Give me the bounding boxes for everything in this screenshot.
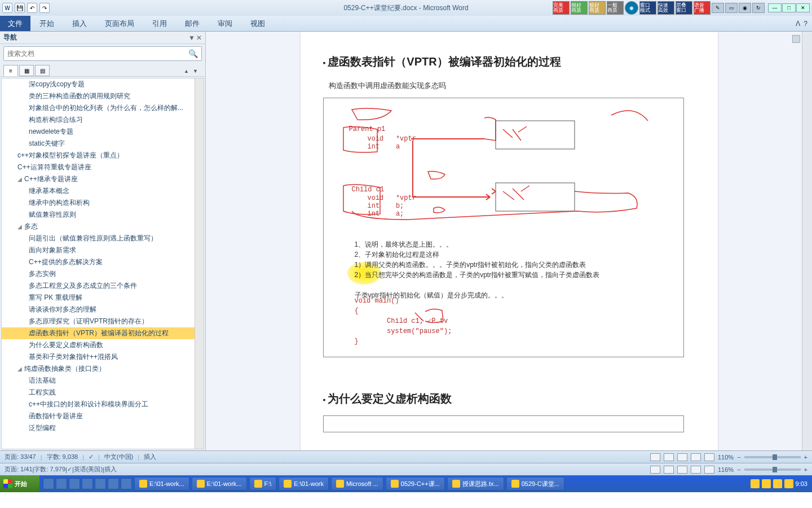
quicklaunch-4[interactable]: [82, 478, 93, 489]
quicklaunch-7[interactable]: [121, 478, 132, 489]
view2-draft-icon[interactable]: [704, 466, 714, 474]
tray-icon-4[interactable]: [784, 479, 793, 488]
nav-item[interactable]: 赋值兼容性原则: [2, 209, 204, 221]
search-icon[interactable]: 🔍: [188, 49, 198, 58]
status-mode[interactable]: 插入: [144, 453, 156, 461]
quicklaunch-5[interactable]: [95, 478, 106, 489]
collapse-icon[interactable]: ᐱ: [796, 20, 800, 28]
search-input[interactable]: [7, 50, 188, 58]
nav-tab-results[interactable]: ▤: [35, 65, 50, 76]
nav-item[interactable]: ◢C++继承专题讲座: [2, 173, 204, 185]
ribbon-help[interactable]: ᐱ?: [796, 16, 812, 31]
tab-references[interactable]: 引用: [143, 16, 176, 31]
nav-item[interactable]: 多态原理探究（证明VPTR指针的存在）: [2, 316, 204, 327]
view2-fullscreen-icon[interactable]: [664, 466, 674, 474]
status-proof-icon[interactable]: ✓: [89, 453, 94, 461]
voice-broadcast[interactable]: 语音 广播: [694, 1, 710, 15]
taskbar-task[interactable]: Microsoft ...: [331, 477, 383, 491]
view-print-icon[interactable]: [650, 453, 660, 461]
zoom-out-icon[interactable]: −: [737, 454, 740, 461]
nav-down-icon[interactable]: ▼: [193, 68, 201, 76]
zoom-value[interactable]: 110%: [718, 454, 734, 461]
taskbar-task[interactable]: 0529-C课堂...: [506, 477, 564, 491]
nav-item[interactable]: 深copy浅copy专题: [2, 78, 204, 90]
doc-scrollbar[interactable]: [802, 32, 812, 450]
nav-item[interactable]: 多态实例: [2, 268, 204, 280]
tab-home[interactable]: 开始: [30, 16, 63, 31]
tab-review[interactable]: 审阅: [209, 16, 241, 31]
nav-item[interactable]: 基类和子类对象指针++混搭风: [2, 351, 204, 363]
nav-item[interactable]: 请谈谈你对多态的理解: [2, 304, 204, 316]
nav-search-box[interactable]: 🔍: [3, 46, 202, 61]
undo-icon[interactable]: ↶: [27, 3, 37, 13]
nav-item[interactable]: 函数指针专题讲座: [2, 410, 204, 422]
redo-icon[interactable]: ↷: [39, 3, 50, 13]
status-lang[interactable]: 中文(中国): [104, 453, 133, 461]
quality-perfect[interactable]: 完美 画质: [553, 1, 570, 15]
tray-icon-1[interactable]: [751, 479, 760, 488]
document-scroll[interactable]: 虚函数表指针（VPTR）被编译器初始化的过程 构造函数中调用虚函数能实现多态吗: [206, 32, 812, 450]
nav-item[interactable]: ◢纯虚函数抽象类（接口类）: [2, 363, 204, 375]
nav-tab-headings[interactable]: ≡: [3, 65, 18, 76]
quicklaunch-2[interactable]: [56, 478, 67, 489]
nav-item[interactable]: 继承基本概念: [2, 185, 204, 197]
start-button[interactable]: 开始: [0, 475, 39, 492]
tray-icon-3[interactable]: [773, 479, 782, 488]
taskbar-task[interactable]: F:\: [249, 477, 277, 491]
taskbar-task[interactable]: 0529-C++课...: [386, 477, 445, 491]
nav-item[interactable]: c++对象模型初探专题讲座（重点）: [2, 150, 204, 161]
zoom2-value[interactable]: 116%: [718, 466, 734, 473]
zoom2-slider[interactable]: [744, 468, 801, 471]
view-fullscreen-icon[interactable]: [664, 453, 674, 461]
nav-item[interactable]: 面向对象新需求: [2, 244, 204, 256]
nav-item[interactable]: 构造析构综合练习: [2, 114, 204, 126]
tab-mailings[interactable]: 邮件: [176, 16, 209, 31]
tab-page-layout[interactable]: 页面布局: [96, 16, 143, 31]
nav-tab-pages[interactable]: ▦: [19, 65, 34, 76]
status2-mode[interactable]: 插入: [104, 465, 117, 474]
status-page[interactable]: 页面: 33/47: [5, 453, 36, 461]
nav-item[interactable]: 多态工程意义及多态成立的三个条件: [2, 280, 204, 292]
taskbar-task[interactable]: 授课思路.tx...: [447, 477, 504, 491]
save-icon[interactable]: 💾: [15, 3, 25, 13]
quality-good[interactable]: 很好 画质: [571, 1, 588, 15]
capture-icon[interactable]: ◉: [739, 3, 751, 13]
tab-view[interactable]: 视图: [241, 16, 274, 31]
nav-item[interactable]: 对象组合中的初始化列表（为什么有，怎么样的解...: [2, 102, 204, 114]
view2-outline-icon[interactable]: [691, 466, 701, 474]
nav-dropdown-icon[interactable]: ▼: [188, 34, 195, 42]
tab-insert[interactable]: 插入: [63, 16, 96, 31]
minimize-button[interactable]: —: [768, 3, 782, 12]
taskbar-task[interactable]: E:\01-work...: [134, 477, 189, 491]
nav-item[interactable]: 继承中的构造和析构: [2, 197, 204, 209]
quicklaunch-3[interactable]: [69, 478, 80, 489]
nav-item[interactable]: 语法基础: [2, 375, 204, 387]
fast-efficient[interactable]: 快速 高效: [657, 1, 674, 15]
quicklaunch-6[interactable]: [108, 478, 119, 489]
quality-normal[interactable]: 一般 画质: [607, 1, 624, 15]
nav-up-icon[interactable]: ▲: [184, 68, 192, 76]
taskbar-task[interactable]: E:\01-work...: [192, 477, 247, 491]
status2-lang[interactable]: 英语(美国): [74, 465, 103, 474]
nav-close-icon[interactable]: ✕: [196, 34, 202, 42]
nav-item[interactable]: ◢多态: [2, 221, 204, 233]
tray-icon-2[interactable]: [762, 479, 771, 488]
view2-web-icon[interactable]: [677, 466, 687, 474]
nav-item[interactable]: C++提供的多态解决方案: [2, 256, 204, 268]
zoom2-out-icon[interactable]: −: [737, 466, 740, 473]
ruler-icon[interactable]: [792, 35, 800, 43]
help-icon[interactable]: ?: [804, 20, 807, 28]
tool-icon-1[interactable]: ✎: [712, 3, 724, 13]
nav-scrollbar[interactable]: [195, 78, 204, 449]
status2-proof-icon[interactable]: ✓: [67, 466, 72, 473]
nav-item[interactable]: 重写 PK 重载理解: [2, 292, 204, 304]
zoom-in-icon[interactable]: +: [804, 454, 807, 461]
status2-page[interactable]: 页面: 1/41: [5, 465, 33, 474]
refresh-icon[interactable]: ↻: [752, 3, 765, 13]
nav-item[interactable]: newdelete专题: [2, 126, 204, 138]
zoom-slider[interactable]: [744, 456, 801, 458]
taskbar-clock[interactable]: 9:03: [796, 480, 807, 487]
view-outline-icon[interactable]: [691, 453, 701, 461]
nav-item[interactable]: static关键字: [2, 138, 204, 150]
nav-item[interactable]: 为什么要定义虚析构函数: [2, 339, 204, 351]
